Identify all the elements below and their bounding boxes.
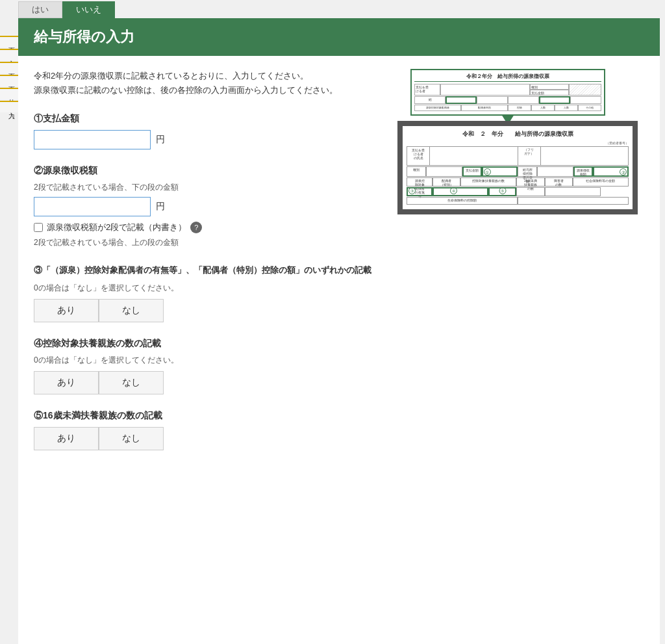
tab-bar: はい いいえ [18, 0, 660, 18]
description: 令和2年分の源泉徴収票に記載されているとおりに、入力してください。 源泉徴収票に… [34, 69, 382, 97]
section5-nashi-button[interactable]: なし [99, 427, 164, 450]
sidebar-item-shomen1[interactable]: 書面 [0, 36, 18, 47]
sidebar-item-shomen3[interactable]: 書面 [0, 75, 18, 86]
sidebar-item-gaiku[interactable]: 外 [0, 88, 18, 99]
section3-ari-button[interactable]: あり [34, 299, 99, 322]
section4-ari-button[interactable]: あり [34, 371, 99, 394]
section-minor-dependents: ⑤16歳未満扶養親族の数の記載 あり なし [34, 410, 382, 450]
section5-ari-button[interactable]: あり [34, 427, 99, 450]
small-receipt: 令和２年分 給与所得の源泉徴収票 支払を受ける者 種別 支払金額 [410, 69, 605, 116]
small-receipt-row1: 支払を受ける者 種別 支払金額 [414, 84, 601, 96]
small-receipt-title: 令和２年分 給与所得の源泉徴収票 [414, 73, 601, 82]
large-receipt: 令和 ２ 年分 給与所得の源泉徴収票 （受給者番号） 支払を受ける者の氏名 （フ… [397, 121, 638, 214]
checkbox-subdesc: 2段で記載されている場合、上の段の金額 [34, 237, 382, 248]
section5-label: ⑤16歳未満扶養親族の数の記載 [34, 410, 382, 422]
sidebar-left: 書面 入力 書面 書面 外 入力 [0, 0, 18, 644]
section3-btn-group: あり なし [34, 299, 382, 322]
checkbox-label: 源泉徴収税額が2段で記載（内書き） [47, 222, 186, 233]
main-content: 令和2年分の源泉徴収票に記載されているとおりに、入力してください。 源泉徴収票に… [18, 56, 660, 644]
checkbox-row: 源泉徴収税額が2段で記載（内書き） ? [34, 222, 382, 233]
large-receipt-inner: 令和 ２ 年分 給与所得の源泉徴収票 （受給者番号） 支払を受ける者の氏名 （フ… [403, 126, 633, 209]
section3-subdesc: 0の場合は「なし」を選択してください。 [34, 283, 382, 294]
lr-row1: 支払を受ける者の氏名 （フリガナ） [407, 146, 629, 166]
sidebar-item-nyuuryoku2[interactable]: 入力 [0, 101, 18, 112]
right-sidebar [660, 0, 665, 644]
section-spouse: ③「（源泉）控除対象配偶者の有無等」、「配偶者（特別）控除の額」のいずれかの記載… [34, 264, 382, 322]
center-panel: はい いいえ 給与所得の入力 令和2年分の源泉徴収票に記載されているとおりに、入… [18, 0, 660, 644]
lr-row3: 源泉控除対象配偶者の有無等 配偶者（特別） 控除対象扶養親族の数 16歳未満扶養… [407, 177, 629, 187]
lr-row4: ③ ④ ⑤ [407, 187, 629, 196]
sidebar-item-shomen2[interactable]: 書面 [0, 62, 18, 73]
sidebar-item-nyuuryoku1[interactable]: 入力 [0, 49, 18, 60]
section1-unit: 円 [156, 134, 165, 146]
section4-subdesc: 0の場合は「なし」を選択してください。 [34, 355, 382, 366]
page-header: 給与所得の入力 [18, 18, 660, 56]
small-receipt-row3: 源泉控除対象配偶者 配偶者特別 控除 人数 人数 その他 [414, 105, 601, 111]
tab-iie[interactable]: いいえ [62, 1, 115, 18]
lr-row5: 生命保険料の控除額 [407, 197, 629, 205]
large-receipt-title: 令和 ２ 年分 給与所得の源泉徴収票 [407, 130, 629, 138]
section2-label: ②源泉徴収税額 [34, 165, 382, 177]
page-title: 給与所得の入力 [34, 27, 644, 47]
section2-unit: 円 [156, 201, 165, 213]
help-icon[interactable]: ? [190, 222, 202, 233]
right-panel: 令和２年分 給与所得の源泉徴収票 支払を受ける者 種別 支払金額 [397, 69, 644, 631]
section4-nashi-button[interactable]: なし [99, 371, 164, 394]
section3-label: ③「（源泉）控除対象配偶者の有無等」、「配偶者（特別）控除の額」のいずれかの記載 [34, 264, 382, 277]
left-panel: 令和2年分の源泉徴収票に記載されているとおりに、入力してください。 源泉徴収票に… [34, 69, 382, 631]
payment-amount-input[interactable] [34, 130, 151, 149]
section4-btn-group: あり なし [34, 371, 382, 394]
receipt-document: 令和２年分 給与所得の源泉徴収票 支払を受ける者 種別 支払金額 [397, 69, 644, 381]
section-payment: ①支払金額 円 [34, 113, 382, 149]
lr-row2: 種別 支払金額 ① 給与所得控除後の金額 源泉徴収税額 ② [407, 166, 629, 177]
section-dependents: ④控除対象扶養親族の数の記載 0の場合は「なし」を選択してください。 あり なし [34, 338, 382, 394]
tab-hai[interactable]: はい [18, 1, 62, 18]
section2-input-row: 円 [34, 197, 382, 216]
section5-btn-group: あり なし [34, 427, 382, 450]
section3-nashi-button[interactable]: なし [99, 299, 164, 322]
section1-label: ①支払金額 [34, 113, 382, 125]
tax-two-stage-checkbox[interactable] [34, 223, 43, 232]
page-layout: 書面 入力 書面 書面 外 入力 はい いいえ 給与所得の入力 令和2年分の源泉… [0, 0, 665, 644]
section2-subdesc: 2段で記載されている場合、下の段の金額 [34, 182, 382, 193]
section4-label: ④控除対象扶養親族の数の記載 [34, 338, 382, 350]
tax-amount-input[interactable] [34, 197, 151, 216]
small-receipt-row2: 給 [414, 96, 601, 104]
section1-input-row: 円 [34, 130, 382, 149]
section-tax: ②源泉徴収税額 2段で記載されている場合、下の段の金額 円 源泉徴収税額が2段で… [34, 165, 382, 248]
